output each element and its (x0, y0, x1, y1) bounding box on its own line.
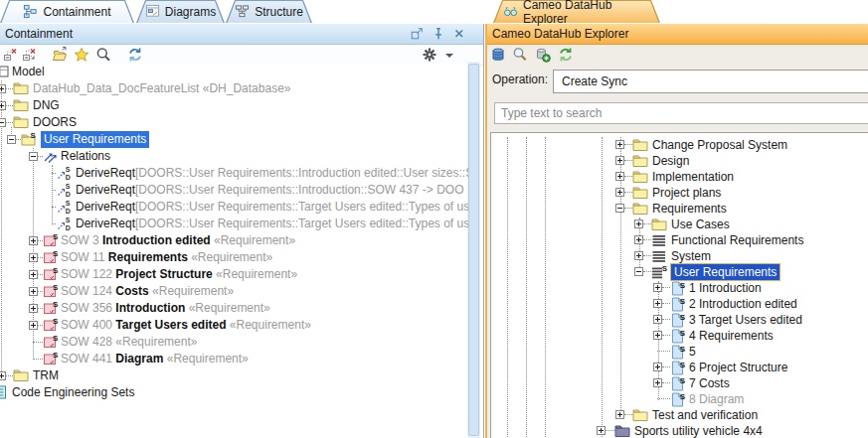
collapse-all-icon[interactable] (3, 47, 20, 64)
expand-plus-icon[interactable] (634, 251, 643, 260)
svg-text:D: D (66, 191, 71, 198)
expand-plus-icon[interactable] (597, 426, 606, 435)
tree-row[interactable]: Functional Requirements (491, 232, 868, 248)
page-s-icon: S (670, 375, 686, 391)
collapse-minus-icon[interactable] (615, 204, 624, 213)
tree-row[interactable]: SSOW 124 Costs «Requirement» (0, 283, 468, 300)
tree-row[interactable]: SUser Requirements (0, 131, 468, 148)
tree-row[interactable]: S7 Costs (491, 375, 868, 391)
tree-row[interactable]: Use Cases (491, 217, 868, 232)
tree-row[interactable]: Code Engineering Sets (0, 384, 468, 401)
tree-item-label: 1 Introduction (689, 280, 762, 296)
expand-plus-icon[interactable] (653, 363, 662, 371)
expand-plus-icon[interactable] (653, 331, 662, 340)
expand-plus-icon[interactable] (615, 410, 624, 419)
refresh-icon[interactable] (127, 47, 144, 64)
tree-row[interactable]: SSOW 122 Project Structure «Requirement» (0, 266, 468, 283)
expand-plus-icon[interactable] (0, 84, 6, 93)
collapse-minus-icon[interactable] (7, 135, 16, 144)
gear-icon[interactable] (422, 47, 438, 64)
tab-diagrams[interactable]: Diagrams (136, 0, 225, 23)
tree-row[interactable]: Change Proposal System (491, 137, 868, 153)
tree-row[interactable]: SSOW 428 «Requirement» (0, 334, 468, 351)
expand-plus-icon[interactable] (615, 188, 624, 197)
expand-plus-icon[interactable] (634, 235, 643, 244)
search-icon[interactable] (512, 47, 529, 64)
expand-plus-icon[interactable] (653, 315, 662, 324)
folder-icon (13, 114, 29, 130)
tree-row[interactable]: S2 Introduction edited (491, 296, 868, 312)
requirement-icon: S (43, 317, 59, 333)
tree-row[interactable]: Relations (0, 148, 468, 165)
tree-row[interactable]: Project plans (491, 185, 868, 201)
tree-row[interactable]: Implementation (491, 169, 868, 185)
expand-plus-icon[interactable] (29, 236, 38, 245)
tree-connector (624, 176, 632, 177)
tree-row[interactable]: SDDeriveReqt[DOORS::User Requirements::I… (0, 165, 468, 182)
expand-plus-icon[interactable] (615, 172, 624, 181)
expand-plus-icon[interactable] (29, 321, 38, 330)
collapse-minus-icon[interactable] (0, 118, 6, 127)
sync-icon[interactable] (558, 47, 575, 64)
close-panel-button[interactable] (452, 27, 466, 41)
expand-plus-icon[interactable] (615, 156, 624, 165)
tree-row[interactable]: Requirements (491, 201, 868, 217)
tree-row[interactable]: SUser Requirements (491, 264, 868, 280)
expand-plus-icon[interactable] (653, 283, 662, 292)
tree-connector (624, 160, 632, 161)
tree-row[interactable]: SDDeriveReqt[DOORS::User Requirements::I… (0, 182, 468, 199)
add-data-source-icon[interactable] (535, 47, 552, 64)
data-sources-icon[interactable] (490, 47, 507, 64)
tree-row[interactable]: Design (491, 153, 868, 169)
tree-row[interactable]: SSOW 400 Target Users edited «Requiremen… (0, 317, 468, 334)
tree-row[interactable]: S5 (491, 344, 868, 360)
expand-plus-icon[interactable] (653, 378, 662, 387)
tree-row[interactable]: SDDeriveReqt[DOORS::User Requirements::T… (0, 216, 468, 232)
tree-row[interactable]: SDDeriveReqt[DOORS::User Requirements::T… (0, 199, 468, 216)
gear-dropdown-caret[interactable] (445, 54, 453, 58)
tree-row[interactable]: SSOW 11 Requirements «Requirement» (0, 249, 468, 266)
expand-plus-icon[interactable] (615, 140, 624, 149)
search-icon[interactable] (95, 47, 112, 64)
expand-plus-icon[interactable] (0, 371, 6, 380)
expand-plus-icon[interactable] (29, 253, 38, 262)
folder-icon (632, 153, 648, 169)
tree-row[interactable]: DOORS (0, 114, 468, 131)
scrollbar-thumb[interactable] (468, 64, 479, 436)
float-panel-button[interactable] (410, 27, 424, 41)
tree-row[interactable]: S8 Diagram (491, 391, 868, 407)
expand-plus-icon[interactable] (29, 304, 38, 313)
expand-plus-icon[interactable] (29, 287, 38, 296)
open-specification-icon[interactable] (52, 47, 69, 64)
tree-row[interactable]: TRM (0, 367, 468, 384)
tree-row[interactable]: SSOW 3 Introduction edited «Requirement» (0, 232, 468, 249)
expand-plus-icon[interactable] (653, 299, 662, 308)
tree-row[interactable]: SSOW 441 Diagram «Requirement» (0, 351, 468, 367)
pin-panel-button[interactable] (432, 27, 445, 41)
expand-plus-icon[interactable] (0, 101, 6, 110)
tree-row[interactable]: S4 Requirements (491, 328, 868, 344)
tree-row[interactable]: SSOW 356 Introduction «Requirement» (0, 300, 468, 317)
tree-row[interactable]: S3 Target Users edited (491, 312, 868, 328)
operation-select[interactable]: Create Sync (553, 70, 868, 93)
tree-row[interactable]: S6 Project Structure (491, 360, 868, 375)
expand-plus-icon[interactable] (634, 219, 643, 228)
tree-row[interactable]: System (491, 248, 868, 264)
tree-row[interactable]: Sports utility vehicle 4x4 (491, 423, 868, 438)
favorites-star-icon[interactable] (74, 47, 90, 64)
collapse-minus-icon[interactable] (634, 267, 643, 276)
tab-cameo-datahub-explorer[interactable]: Cameo DataHub Explorer (493, 0, 660, 23)
search-input[interactable] (494, 102, 868, 124)
expand-plus-icon[interactable] (29, 270, 38, 279)
tree-row[interactable]: DataHub_Data_DocFeatureList «DH_Database… (0, 80, 468, 97)
svg-text:S: S (680, 392, 686, 401)
collapse-selected-icon[interactable] (22, 47, 39, 64)
tree-row[interactable]: Test and verification (491, 407, 868, 423)
tree-row[interactable]: S1 Introduction (491, 280, 868, 296)
tab-structure[interactable]: Structure (226, 0, 312, 23)
tree-row[interactable]: Model (0, 64, 468, 80)
collapse-minus-icon[interactable] (29, 152, 38, 161)
tab-containment[interactable]: Containment (0, 0, 134, 23)
tree-row[interactable]: DNG (0, 97, 468, 114)
vertical-scrollbar[interactable] (467, 62, 480, 438)
